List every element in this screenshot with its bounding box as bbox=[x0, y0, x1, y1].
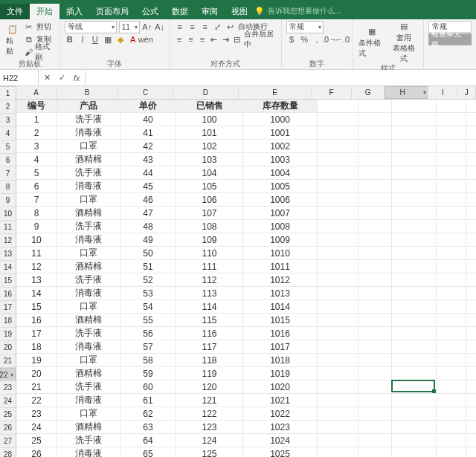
cell-B21[interactable]: 酒精棉 bbox=[57, 367, 120, 380]
tell-me[interactable]: 告诉我您想要做什么... bbox=[268, 6, 341, 16]
cell-E24[interactable]: 1022 bbox=[243, 407, 318, 421]
cell-A3[interactable]: 2 bbox=[16, 126, 57, 140]
tab-file[interactable]: 文件 bbox=[0, 4, 30, 19]
cell-D16[interactable]: 114 bbox=[176, 300, 243, 314]
cell-I4[interactable] bbox=[437, 140, 466, 153]
cell-A26[interactable]: 25 bbox=[16, 434, 57, 447]
cell-J5[interactable] bbox=[466, 153, 476, 166]
cell-A22[interactable]: 21 bbox=[16, 380, 57, 394]
tab-view[interactable]: 视图 bbox=[225, 4, 254, 19]
cell-H1[interactable] bbox=[392, 100, 437, 113]
cell-F23[interactable] bbox=[318, 394, 358, 407]
cell-I18[interactable] bbox=[437, 327, 466, 340]
cell-H16[interactable] bbox=[392, 300, 437, 314]
cell-B20[interactable]: 口罩 bbox=[57, 354, 120, 367]
cell-A27[interactable]: 26 bbox=[16, 447, 57, 457]
cell-A17[interactable]: 16 bbox=[16, 314, 57, 327]
cell-A21[interactable]: 20 bbox=[16, 367, 57, 380]
formula-input[interactable] bbox=[86, 70, 476, 85]
row-header-11[interactable]: 11 bbox=[0, 221, 16, 234]
row-header-25[interactable]: 25 bbox=[0, 408, 16, 421]
tab-layout[interactable]: 页面布局 bbox=[89, 4, 135, 19]
cell-I9[interactable] bbox=[437, 207, 466, 220]
row-header-20[interactable]: 20 bbox=[0, 341, 16, 354]
cell-H7[interactable] bbox=[392, 180, 437, 193]
cell-J18[interactable] bbox=[466, 327, 476, 340]
cell-A24[interactable]: 23 bbox=[16, 407, 57, 421]
cell-E5[interactable]: 1003 bbox=[243, 153, 318, 166]
cell-F21[interactable] bbox=[318, 367, 358, 380]
cell-C10[interactable]: 48 bbox=[120, 220, 176, 233]
percent-icon[interactable]: % bbox=[299, 34, 309, 45]
cell-D11[interactable]: 109 bbox=[176, 233, 243, 247]
cell-F1[interactable] bbox=[318, 100, 358, 113]
cell-J8[interactable] bbox=[466, 193, 476, 207]
row-header-27[interactable]: 27 bbox=[0, 435, 16, 448]
cell-C7[interactable]: 45 bbox=[120, 180, 176, 193]
cell-C20[interactable]: 58 bbox=[120, 354, 176, 367]
cell-H14[interactable] bbox=[392, 273, 437, 287]
cell-B5[interactable]: 酒精棉 bbox=[57, 153, 120, 166]
format-painter-button[interactable]: 🖌格式刷 bbox=[24, 46, 55, 58]
cell-G13[interactable] bbox=[358, 260, 392, 273]
cell-B13[interactable]: 酒精棉 bbox=[57, 260, 120, 273]
cell-J13[interactable] bbox=[466, 260, 476, 273]
cell-F4[interactable] bbox=[318, 140, 358, 153]
cell-F16[interactable] bbox=[318, 300, 358, 314]
cell-H9[interactable] bbox=[392, 207, 437, 220]
cell-J10[interactable] bbox=[466, 220, 476, 233]
cell-C15[interactable]: 53 bbox=[120, 287, 176, 300]
cell-A7[interactable]: 6 bbox=[16, 180, 57, 193]
cell-D18[interactable]: 116 bbox=[176, 327, 243, 340]
cell-J11[interactable] bbox=[466, 233, 476, 247]
row-header-22[interactable]: 22 bbox=[0, 368, 16, 381]
cell-D22[interactable]: 120 bbox=[176, 380, 243, 394]
cell-B4[interactable]: 口罩 bbox=[57, 140, 120, 153]
cell-E22[interactable]: 1020 bbox=[243, 380, 318, 394]
cell-H5[interactable] bbox=[392, 153, 437, 166]
cell-G20[interactable] bbox=[358, 354, 392, 367]
cell-H12[interactable] bbox=[392, 247, 437, 260]
cell-G18[interactable] bbox=[358, 327, 392, 340]
cell-E20[interactable]: 1018 bbox=[243, 354, 318, 367]
cell-J2[interactable] bbox=[466, 113, 476, 126]
orientation-icon[interactable]: ⤢ bbox=[213, 22, 223, 32]
cell-H26[interactable] bbox=[392, 434, 437, 447]
number-format-select[interactable]: 常规 bbox=[286, 21, 324, 33]
cell-F25[interactable] bbox=[318, 421, 358, 434]
cell-F19[interactable] bbox=[318, 340, 358, 354]
cell-J17[interactable] bbox=[466, 314, 476, 327]
cut-button[interactable]: ✂剪切 bbox=[24, 21, 55, 33]
cell-H2[interactable] bbox=[392, 113, 437, 126]
cancel-icon[interactable]: ✕ bbox=[42, 73, 52, 83]
cell-C26[interactable]: 64 bbox=[120, 434, 176, 447]
cell-C14[interactable]: 52 bbox=[120, 273, 176, 287]
border-icon[interactable]: ▦ bbox=[103, 34, 113, 45]
font-name-select[interactable]: 等线 bbox=[65, 21, 117, 33]
cell-H19[interactable] bbox=[392, 340, 437, 354]
table-format-button[interactable]: ▤套用 表格格式 bbox=[390, 21, 419, 64]
cell-A10[interactable]: 9 bbox=[16, 220, 57, 233]
cell-I24[interactable] bbox=[437, 407, 466, 421]
cell-I10[interactable] bbox=[437, 220, 466, 233]
cell-C8[interactable]: 46 bbox=[120, 193, 176, 207]
cell-G2[interactable] bbox=[358, 113, 392, 126]
row-header-19[interactable]: 19 bbox=[0, 328, 16, 341]
col-header-E[interactable]: E bbox=[239, 86, 312, 99]
cell-H3[interactable] bbox=[392, 126, 437, 140]
cell-B19[interactable]: 消毒液 bbox=[57, 340, 120, 354]
cell-F17[interactable] bbox=[318, 314, 358, 327]
cell-G1[interactable] bbox=[358, 100, 392, 113]
row-header-17[interactable]: 17 bbox=[0, 301, 16, 314]
cell-F11[interactable] bbox=[318, 233, 358, 247]
cell-D15[interactable]: 113 bbox=[176, 287, 243, 300]
cell-A13[interactable]: 12 bbox=[16, 260, 57, 273]
cell-F22[interactable] bbox=[318, 380, 358, 394]
cell-G4[interactable] bbox=[358, 140, 392, 153]
cell-B23[interactable]: 消毒液 bbox=[57, 394, 120, 407]
cell-E6[interactable]: 1004 bbox=[243, 166, 318, 180]
cell-G10[interactable] bbox=[358, 220, 392, 233]
cell-H25[interactable] bbox=[392, 421, 437, 434]
cell-B8[interactable]: 口罩 bbox=[57, 193, 120, 207]
row-header-2[interactable]: 2 bbox=[0, 100, 16, 114]
